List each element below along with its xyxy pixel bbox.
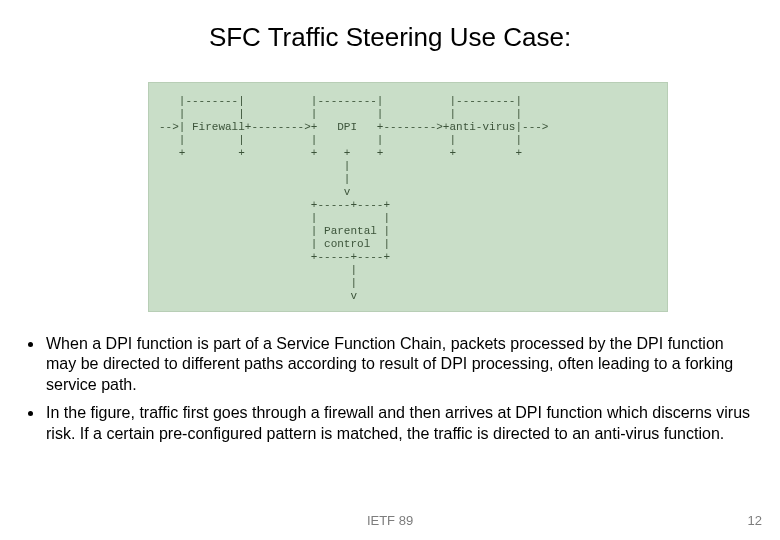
bullet-list: When a DPI function is part of a Service… — [22, 334, 758, 452]
diagram-text: |--------| |---------| |---------| | | |… — [159, 95, 548, 302]
bullet-item: When a DPI function is part of a Service… — [44, 334, 758, 395]
slide-title: SFC Traffic Steering Use Case: — [0, 22, 780, 53]
slide: SFC Traffic Steering Use Case: |--------… — [0, 0, 780, 540]
footer-center: IETF 89 — [0, 513, 780, 528]
bullet-item: In the figure, traffic first goes throug… — [44, 403, 758, 444]
page-number: 12 — [748, 513, 762, 528]
ascii-diagram: |--------| |---------| |---------| | | |… — [148, 82, 668, 312]
